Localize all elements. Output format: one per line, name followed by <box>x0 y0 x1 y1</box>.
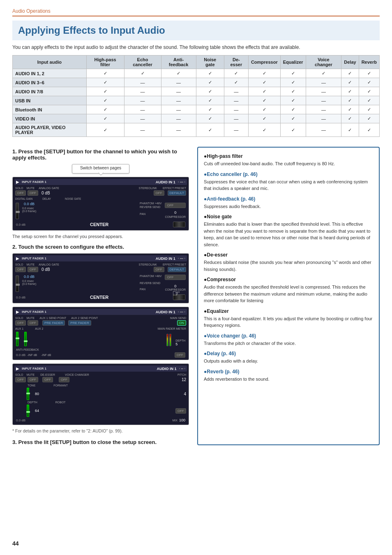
preset-btn-1[interactable]: DEFAULT <box>168 190 186 196</box>
row-cell: — <box>306 105 341 114</box>
deesser-off-btn[interactable]: OFF <box>42 377 53 382</box>
antifb-off-btn[interactable]: OFF <box>175 352 185 358</box>
stereolink-btn-2[interactable]: OFF <box>154 267 164 272</box>
row-cell: ✓ <box>280 114 306 123</box>
delay-value-1: 0.0 msec <box>22 207 36 210</box>
stereolink-label: STEREOLINK <box>139 187 157 190</box>
col-header-voice: Voice changer <box>306 56 341 69</box>
aux1-label: AUX 1 <box>15 327 23 330</box>
mute-btn-1[interactable]: OFF <box>28 190 38 196</box>
right-section-body-4: Reduces sibilant noise (the sounds you h… <box>204 259 373 273</box>
row-cell: ✓ <box>248 96 280 105</box>
row-cell: ✓ <box>86 123 124 137</box>
row-cell: ✓ <box>248 123 280 137</box>
row-cell: ✓ <box>196 78 224 87</box>
solo-label-3: SOLO <box>15 317 23 319</box>
mute-btn-2[interactable]: OFF <box>28 267 38 272</box>
delay-frame-1: (0.0 frame) <box>22 210 36 213</box>
mixer-screen-1: ▶ INPUT FADER 1 AUDIO IN 1 ‹ ••• › SOLO … <box>12 177 189 231</box>
robot-label: ROBOT <box>55 401 66 404</box>
step1-heading: 1. Press the [SETUP] button for the chan… <box>12 148 189 161</box>
right-section-link-8[interactable]: ●Delay (p. 46) <box>204 351 236 356</box>
right-section-link-1[interactable]: ●Echo canceller (p. 46) <box>204 171 258 177</box>
right-section-link-7[interactable]: ●Voice changer (p. 46) <box>204 333 256 339</box>
voice-changer-label: VOICE CHANGER <box>65 373 89 376</box>
row-cell: — <box>224 87 248 96</box>
right-section-title-4: ●De-esser <box>204 252 373 258</box>
anti-feedback-label-sm: ANTI-FEEDBACK <box>16 348 39 351</box>
center-label-2: CENTER <box>90 294 108 301</box>
fader-2[interactable] <box>16 275 19 292</box>
solo-btn-1[interactable]: OFF <box>15 190 26 196</box>
solo-btn-2[interactable]: OFF <box>15 267 26 272</box>
dots-icon-4: ‹ •• › <box>179 367 185 370</box>
right-section-title-9: ●Reverb (p. 46) <box>204 369 373 375</box>
row-cell: ✓ <box>280 105 306 114</box>
level-bar-2 <box>169 334 171 346</box>
row-cell: — <box>306 78 341 87</box>
preset-btn-2[interactable]: DEFAULT <box>168 267 186 272</box>
depth-fader[interactable] <box>27 405 29 417</box>
right-section-body-8: Outputs audio with a delay. <box>204 358 373 365</box>
row-cell: ✓ <box>224 69 248 78</box>
dots-icon-2: ‹ ••• › <box>178 257 185 260</box>
step2-num: 2. <box>12 244 17 250</box>
right-section-link-2[interactable]: ●Anti-feedback (p. 46) <box>204 196 255 202</box>
row-label: AUDIO PLAYER, VIDEO PLAYER <box>13 123 87 137</box>
robot-off-btn[interactable]: OFF <box>175 408 186 414</box>
fader-1[interactable] <box>16 203 19 219</box>
reverb-send-label: REVERB SEND <box>140 206 161 208</box>
aux2-prefader-btn[interactable]: PRE FADER <box>68 320 91 326</box>
row-cell: — <box>224 114 248 123</box>
digital-gain-label: DIGITAL GAIN <box>15 197 32 200</box>
table-row: VIDEO IN✓——✓—✓✓—✓✓ <box>13 114 380 123</box>
stereolink-btn-1[interactable]: OFF <box>154 190 164 196</box>
row-label: USB IN <box>13 96 87 105</box>
depth-label: DEPTH <box>175 339 185 342</box>
tone-value: 80 <box>35 392 39 396</box>
center-label-1: CENTER <box>90 221 108 228</box>
hand-cursor-icon: ☞ <box>172 288 180 299</box>
right-section-link-9[interactable]: ●Reverb (p. 46) <box>204 369 240 375</box>
aux2-fader[interactable] <box>24 332 27 346</box>
phantom-btn-2[interactable]: OFF <box>165 275 186 280</box>
row-cell: ✓ <box>341 114 359 123</box>
row-cell: — <box>124 87 161 96</box>
delay-label: DELAY <box>42 197 51 200</box>
page-number: 44 <box>12 540 19 547</box>
back-arrow-icon-4: ▶ <box>16 366 19 371</box>
fader-label-3: INPUT FADER 1 <box>22 310 46 314</box>
tone-fader[interactable] <box>27 388 29 400</box>
row-cell: — <box>161 96 196 105</box>
compressor-label: COMPRESSOR <box>165 215 186 218</box>
main-send-on-btn[interactable]: ON <box>177 320 186 326</box>
phantom-btn-1[interactable]: OFF <box>165 203 186 208</box>
aux1-prefader-btn[interactable]: PRE FADER <box>42 320 65 326</box>
solo-btn-4[interactable]: OFF <box>15 377 26 382</box>
table-row: AUDIO IN 3–6✓——✓✓✓✓—✓✓ <box>13 78 380 87</box>
row-label: Bluetooth IN <box>13 105 87 114</box>
row-cell: ✓ <box>196 123 224 137</box>
col-header-eq: Equalizer <box>280 56 306 69</box>
note-text: * For details on the parameter, refer to… <box>12 428 189 433</box>
row-cell: ✓ <box>280 78 306 87</box>
aux1-send-label: AUX 1 SEND POINT <box>39 317 66 319</box>
back-arrow-icon-3: ▶ <box>16 310 19 314</box>
back-arrow-icon: ▶ <box>16 180 19 184</box>
row-cell: ✓ <box>280 96 306 105</box>
row-cell: ✓ <box>86 78 124 87</box>
mute-btn-3[interactable]: OFF <box>28 320 38 326</box>
row-cell: ✓ <box>341 78 359 87</box>
mute-btn-4[interactable]: OFF <box>28 377 38 382</box>
dots-icon-1: ‹ ••• › <box>178 180 185 184</box>
solo-btn-3[interactable]: OFF <box>15 320 26 326</box>
right-section-title-7: ●Voice changer (p. 46) <box>204 333 373 339</box>
step1-num: 1. <box>12 148 17 155</box>
reverb-send-value-2: 0 <box>165 284 186 288</box>
formant-label: FORMANT <box>53 384 68 387</box>
fader-label-2: INPUT FADER 1 <box>22 257 46 260</box>
right-section-title-5: ●Compressor <box>204 277 373 282</box>
dots-icon-3: ‹ ••• › <box>178 310 185 314</box>
aux1-fader[interactable] <box>16 332 18 346</box>
voice-changer-off-btn[interactable]: OFF <box>59 377 69 382</box>
